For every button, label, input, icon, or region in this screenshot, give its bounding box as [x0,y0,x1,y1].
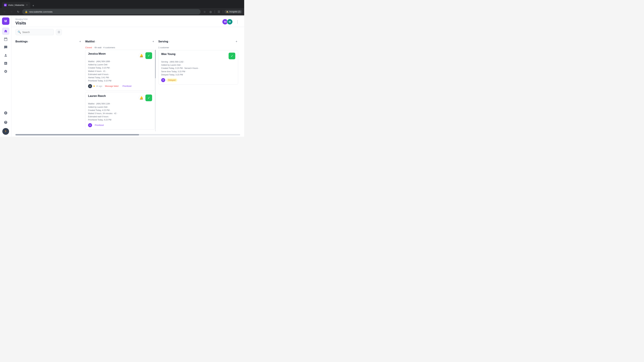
wee-detail-3: Created Today, 3:15 PM · Served 4 hours … [161,67,235,70]
page-title: Visits [16,21,28,25]
secure-icon: 🔒 [25,10,28,13]
wee-card-actions: ✓ [228,53,235,59]
wee-detail-5: Delayed Today, 3:15 PM [161,73,235,76]
filter-icon: ☷ [58,30,60,34]
avatar-group: M M [222,19,233,25]
serving-cards: Wee Young ✓ Serving · (484) 569-1182 · A… [158,50,239,131]
toolbar: 🔍 ☷ [12,27,244,37]
extension-button[interactable]: ◎ [208,9,213,14]
sidebar-item-help[interactable] [2,119,10,126]
serving-title: Serving [158,40,168,43]
filter-button[interactable]: ☷ [56,29,62,35]
jessica-detail-2: Added by Lauren Deli · [88,63,152,66]
lauren-reech-card[interactable]: Lauren Reech 🔔 ✓ Waitlist · (484) 569-11… [85,92,155,130]
jessica-moon-card[interactable]: Jessica Moon 🔔 ✓ Waitlist · (484) 569-18… [85,50,155,91]
lauren-detail-5: Estimated wait 6 hours · [88,115,152,118]
waitlist-title: Waitlist [85,40,94,43]
bookings-add-button[interactable]: + [78,39,82,44]
card-top: Jessica Moon 🔔 ✓ [88,52,152,59]
lauren-detail-3: Created Today, 4:23 PM · [88,109,152,112]
wee-delayed-badge: Delayed [166,78,177,82]
reload-button[interactable]: ↻ [16,9,21,14]
waitlist-add-button[interactable]: + [151,39,156,44]
browser-tabs: W Visits | Waitwhile × + [2,0,36,8]
jessica-bell-button[interactable]: 🔔 [139,53,144,58]
url-text: new.waitwhile.com/visits [29,10,52,13]
wee-details: Serving · (484) 569-1182 · Added by Laur… [161,60,235,76]
forward-button[interactable]: → [9,9,14,14]
new-tab-button[interactable]: + [31,3,36,8]
sidebar-logo[interactable]: M [2,17,10,25]
jessica-detail-4: Waited 4 hours · #1 · [88,70,152,73]
serving-customer-count: 1 customer [158,45,239,50]
horizontal-scrollbar-thumb [16,134,139,135]
lauren-check-button[interactable]: ✓ [146,94,152,101]
sidebar-item-add[interactable] [2,109,10,117]
waitlist-header: Waitlist › + [85,37,156,45]
tab-close-button[interactable]: × [26,4,28,6]
lauren-bell-button[interactable]: 🔔 [139,95,144,100]
incognito-badge[interactable]: 🕵 Incognito (2) [224,10,242,13]
waitlist-title-link[interactable]: Waitlist › [85,40,96,43]
serving-chevron-icon: › [169,40,170,43]
bookings-title: Bookings [16,40,28,43]
main-header: Moodjoy7434 Visits M M ⋮ [12,15,244,27]
bookings-cards [16,45,82,131]
waitlist-column: Waitlist › + Closed · 6h wait · 4 custom… [85,37,156,131]
back-button[interactable]: ← [2,9,8,14]
jessica-moon-name: Jessica Moon [88,52,106,55]
jessica-check-button[interactable]: ✓ [146,52,152,59]
user-avatar[interactable]: 🏃 [2,128,9,135]
sidebar-item-calendar[interactable] [2,35,10,43]
header-left: Moodjoy7434 Visits [16,18,28,25]
search-input[interactable] [22,31,52,33]
waitlist-status-info: · 6h wait · 4 customers [93,46,115,49]
sidebar-item-messages[interactable] [2,43,10,51]
jessica-detail-6: Alerted Today, 3:41 PM · [88,76,152,79]
scroll-thumb [155,50,156,78]
bookings-header: Bookings › + [16,37,82,45]
wee-check-button[interactable]: ✓ [228,53,235,59]
sidebar-item-people[interactable] [2,52,10,59]
bookings-column: Bookings › + [16,37,82,131]
svg-text:W: W [4,4,6,6]
bookings-chevron-icon: › [28,40,29,43]
lauren-prioritized-badge: Prioritized [94,124,105,127]
columns-area: Bookings › + Waitlist › + [12,37,244,134]
wee-young-name: Wee Young [161,53,176,56]
wee-detail-4: Serve time Today, 3:15 PM · [161,70,235,73]
sidebar-item-settings[interactable] [2,68,10,75]
sidebar-item-analytics[interactable] [2,60,10,67]
lauren-detail-4: Waited 3 hours, 34 minutes · #2 · [88,112,152,115]
bookings-title-link[interactable]: Bookings › [16,40,29,43]
tab-title: Visits | Waitwhile [8,4,24,6]
address-bar[interactable]: 🔒 new.waitwhile.com/visits [22,9,200,14]
wee-detail-1: Serving · (484) 569-1182 · [161,60,235,63]
serving-title-link[interactable]: Serving › [158,40,170,43]
lauren-detail-2: Added by Lauren Deli · [88,106,152,109]
bookmark-button[interactable]: ☆ [202,9,207,14]
jessica-card-actions: 🔔 ✓ [139,52,152,59]
jessica-detail-7: Prioritized Today, 3:15 PM [88,79,152,82]
sidebar-item-home[interactable] [2,27,10,35]
sidebar-bottom: 🏃 [2,109,10,135]
active-tab[interactable]: W Visits | Waitwhile × [2,2,30,8]
avatar-letter-1: M [224,20,226,23]
browser-chrome: W Visits | Waitwhile × + [0,0,244,8]
logo-letter: M [4,19,7,23]
wee-user-avatar: M [161,78,165,82]
wee-young-card[interactable]: Wee Young ✓ Serving · (484) 569-1182 · A… [158,50,238,85]
sidebar: M [0,15,12,137]
waitlist-status-bar: Closed · 6h wait · 4 customers [85,45,156,50]
sidebar-toggle-button[interactable]: ☷ [216,9,222,14]
jessica-detail-1: Waitlist · (484) 569-1899 · [88,60,152,63]
more-options-button[interactable]: ⋮ [235,19,240,24]
jessica-time-ago: 4h ago [96,85,102,87]
avatar-m2[interactable]: M [227,19,233,25]
horizontal-scrollbar-track[interactable] [16,134,240,135]
search-box: 🔍 [16,29,54,35]
waitlist-cards: Jessica Moon 🔔 ✓ Waitlist · (484) 569-18… [85,50,156,131]
breadcrumb: Moodjoy7434 [16,18,28,20]
serving-add-button[interactable]: + [234,39,239,44]
scroll-track [155,50,156,131]
